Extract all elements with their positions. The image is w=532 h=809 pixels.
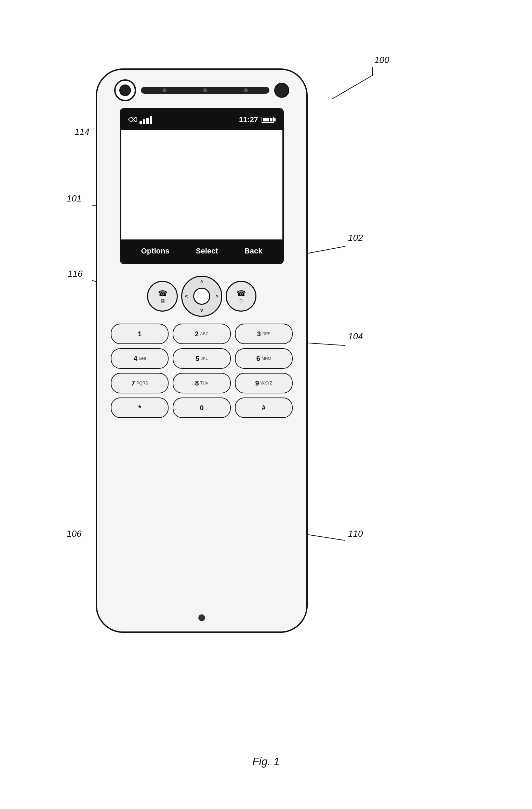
key-7-main: 7	[131, 379, 135, 387]
signal-icon	[139, 116, 152, 124]
phone-top-bar	[97, 70, 306, 108]
battery-icon	[262, 117, 276, 123]
battery-seg-2	[266, 118, 269, 121]
key-5-sub: JKL	[201, 356, 208, 361]
speaker-dot-1	[162, 88, 167, 92]
nav-cluster: ☎ ▦ ^ v < > ☎ C	[147, 276, 256, 317]
signal-bar-3	[146, 118, 149, 124]
softkey-options[interactable]: Options	[141, 247, 170, 256]
page-container: 100 112 108 114 101 116 102 104 106 110	[0, 0, 532, 809]
svg-line-0	[332, 75, 373, 99]
key-hash-main: #	[262, 404, 266, 412]
call-icon: ☎	[158, 289, 167, 298]
key-2-sub: ABC	[200, 331, 209, 336]
softkey-select[interactable]: Select	[196, 247, 218, 256]
key-9-sub: WXYZ	[261, 381, 272, 386]
ref-106: 106	[67, 529, 81, 539]
softkey-bar: Options Select Back	[121, 239, 282, 263]
key-7[interactable]: 7 PQRS	[111, 373, 169, 393]
dpad-down-arrow: v	[200, 308, 203, 313]
speaker-dot-3	[244, 88, 248, 92]
key-star[interactable]: *	[111, 397, 169, 418]
clear-icon: C	[239, 298, 243, 303]
dpad-up-arrow: ^	[200, 279, 203, 285]
phone-screen: ⌫ 11:27	[120, 108, 284, 264]
key-3[interactable]: 3 DEF	[235, 324, 293, 344]
dpad-right-arrow: >	[216, 293, 218, 299]
key-8-sub: TUV	[200, 381, 209, 386]
key-star-main: *	[138, 404, 141, 412]
key-hash[interactable]: #	[235, 397, 293, 418]
call-button[interactable]: ☎ ▦	[147, 281, 178, 312]
ref-110: 110	[348, 529, 363, 539]
key-8[interactable]: 8 TUV	[173, 373, 230, 393]
key-2-main: 2	[195, 330, 199, 338]
key-3-main: 3	[257, 330, 261, 338]
key-7-sub: PQRS	[136, 381, 148, 386]
battery-seg-3	[270, 118, 272, 121]
signal-bar-4	[150, 116, 152, 124]
key-6[interactable]: 6 MNO	[235, 348, 293, 369]
key-5-main: 5	[196, 355, 199, 363]
gallery-icon: ▦	[160, 298, 165, 303]
key-6-sub: MNO	[262, 356, 271, 361]
key-8-main: 8	[195, 379, 199, 387]
key-6-main: 6	[256, 355, 260, 363]
key-4-main: 4	[133, 355, 137, 363]
speaker-bar	[141, 87, 269, 94]
battery-body	[262, 117, 274, 123]
speaker-dot-2	[203, 88, 207, 92]
key-9-main: 9	[255, 379, 259, 387]
key-4[interactable]: 4 GHI	[111, 348, 169, 369]
signal-bar-2	[143, 119, 145, 124]
softkey-back[interactable]: Back	[244, 247, 263, 256]
signal-bar-1	[139, 121, 142, 124]
power-button[interactable]	[274, 83, 289, 98]
ref-116: 116	[68, 269, 82, 279]
status-right: 11:27	[239, 115, 276, 124]
ref-102: 102	[348, 233, 363, 243]
key-0-main: 0	[200, 404, 203, 412]
key-3-sub: DEF	[262, 331, 270, 336]
ref-114: 114	[75, 127, 89, 137]
status-bar: ⌫ 11:27	[121, 109, 282, 130]
keypad: 1 2 ABC 3 DEF 4 GHI 5 JKL 6 MNO	[97, 324, 306, 418]
key-9[interactable]: 9 WXYZ	[235, 373, 293, 393]
ref-104: 104	[348, 331, 363, 342]
dpad-button[interactable]: ^ v < >	[181, 276, 222, 317]
phone-body: ⌫ 11:27	[96, 68, 308, 633]
time-display: 11:27	[239, 115, 258, 124]
dpad-left-arrow: <	[185, 293, 188, 299]
key-1[interactable]: 1	[111, 324, 169, 344]
key-5[interactable]: 5 JKL	[173, 348, 230, 369]
camera-lens	[114, 79, 136, 101]
figure-caption: Fig. 1	[252, 755, 280, 768]
key-2[interactable]: 2 ABC	[173, 324, 230, 344]
dpad-center[interactable]	[193, 288, 210, 305]
key-0[interactable]: 0	[173, 397, 230, 418]
battery-seg-1	[263, 118, 266, 121]
bottom-connector	[198, 614, 205, 621]
key-4-sub: GHI	[139, 356, 146, 361]
screen-main-area	[121, 130, 282, 239]
ref-101: 101	[67, 193, 81, 204]
camera-inner	[119, 84, 131, 96]
antenna-icon: ⌫	[128, 116, 137, 124]
end-button[interactable]: ☎ C	[226, 281, 256, 312]
end-call-icon: ☎	[237, 289, 246, 298]
key-1-main: 1	[138, 330, 142, 338]
battery-tip	[274, 118, 276, 121]
ref-100: 100	[374, 55, 389, 65]
